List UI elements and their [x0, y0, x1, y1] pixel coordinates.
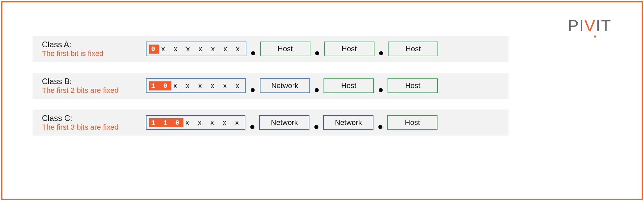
class-a-octets: 0 x x x x x x x ● Host ● Host ● Host [146, 42, 438, 56]
class-a-variable-bits: x x x x x x x [161, 45, 243, 53]
class-a-title: Class A: [42, 40, 146, 49]
logo-letter-t: T [601, 17, 611, 35]
class-b-first-octet: 1 0 x x x x x x [146, 78, 246, 93]
class-c-label: Class C: The first 3 bits are fixed [42, 114, 146, 132]
class-a-octet-4: Host [388, 42, 438, 56]
class-a-first-octet: 0 x x x x x x x [146, 42, 246, 56]
class-b-subtitle: The first 2 bits are fixed [42, 86, 146, 95]
class-c-octet-3: Network [323, 115, 373, 130]
class-b-octet-3: Host [324, 78, 374, 93]
dot-separator-icon: ● [250, 50, 256, 56]
class-c-title: Class C: [42, 114, 146, 123]
dot-separator-icon: ● [314, 86, 320, 93]
diagram-frame: PIVIT Class A: The first bit is fixed 0 … [1, 1, 643, 200]
ip-class-list: Class A: The first bit is fixed 0 x x x … [33, 36, 611, 136]
class-b-label: Class B: The first 2 bits are fixed [42, 77, 146, 95]
dot-separator-icon: ● [249, 123, 255, 130]
dot-separator-icon: ● [314, 50, 320, 56]
class-c-fixed-bits: 1 1 0 [149, 118, 183, 127]
dot-separator-icon: ● [378, 86, 384, 93]
class-c-octet-4: Host [387, 115, 437, 130]
class-a-label: Class A: The first bit is fixed [42, 40, 146, 58]
class-b-variable-bits: x x x x x x [173, 81, 243, 90]
logo-letter-v: V [584, 17, 596, 35]
class-b-fixed-bits: 1 0 [149, 81, 171, 90]
class-a-octet-2: Host [260, 42, 310, 56]
class-c-subtitle: The first 3 bits are fixed [42, 123, 146, 132]
dot-separator-icon: ● [377, 123, 383, 130]
logo-letter-p: P [568, 17, 579, 35]
brand-logo: PIVIT [568, 16, 611, 35]
class-c-octet-2: Network [259, 115, 309, 130]
class-a-subtitle: The first bit is fixed [42, 49, 146, 58]
class-c-first-octet: 1 1 0 x x x x x [146, 115, 245, 130]
class-a-fixed-bits: 0 [149, 45, 159, 54]
logo-letter-i1: I [579, 17, 584, 35]
class-c-octets: 1 1 0 x x x x x ● Network ● Network ● Ho… [146, 115, 437, 130]
dot-separator-icon: ● [313, 123, 319, 130]
class-b-octet-4: Host [388, 78, 438, 93]
logo-letter-i2: I [596, 17, 601, 35]
dot-separator-icon: ● [378, 50, 384, 56]
dot-separator-icon: ● [250, 86, 256, 93]
class-a-row: Class A: The first bit is fixed 0 x x x … [33, 36, 509, 62]
class-c-variable-bits: x x x x x [185, 118, 242, 127]
class-c-row: Class C: The first 3 bits are fixed 1 1 … [33, 110, 509, 136]
class-b-title: Class B: [42, 77, 146, 86]
class-b-octets: 1 0 x x x x x x ● Network ● Host ● Host [146, 78, 438, 93]
logo-dot-icon [594, 36, 596, 38]
class-b-row: Class B: The first 2 bits are fixed 1 0 … [33, 73, 509, 99]
class-b-octet-2: Network [260, 78, 310, 93]
class-a-octet-3: Host [324, 42, 374, 56]
